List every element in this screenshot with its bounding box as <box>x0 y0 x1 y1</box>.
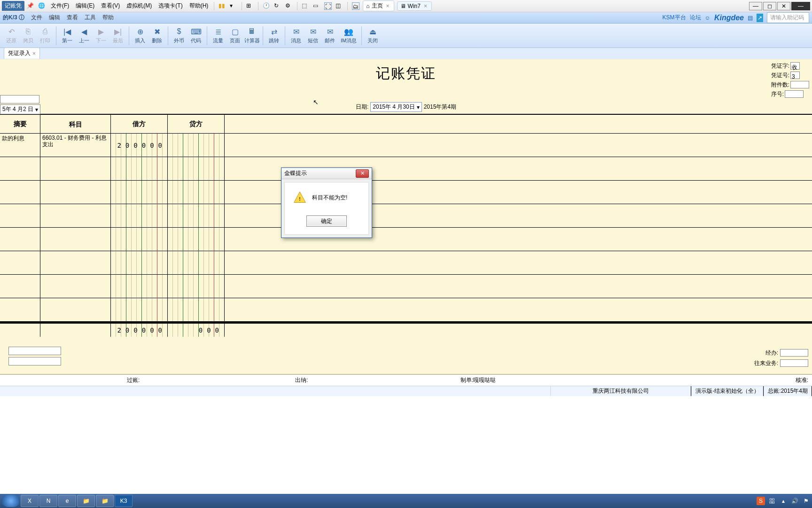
app-menu-tools[interactable]: 工具 <box>85 14 96 22</box>
close-icon[interactable]: × <box>32 50 36 57</box>
tb-jump-button[interactable]: ⇄跳转 <box>266 24 282 47</box>
taskbar-folder[interactable]: 📁 <box>96 495 114 507</box>
ksm-link[interactable]: KSM平台 <box>663 14 686 22</box>
tray-up-icon[interactable]: ▴ <box>779 497 788 505</box>
cell-credit[interactable] <box>168 251 225 274</box>
cell-credit[interactable] <box>168 157 225 180</box>
pause-icon[interactable]: ▮▮ <box>219 2 226 10</box>
close-icon[interactable]: × <box>422 3 429 9</box>
grid-row[interactable] <box>0 204 812 228</box>
cell-summary[interactable] <box>0 181 40 204</box>
app-menu-edit[interactable]: 编辑 <box>49 14 60 22</box>
tb-copy-button[interactable]: ⎘拷贝 <box>20 24 36 47</box>
cell-debit[interactable] <box>111 228 168 251</box>
home-sm-icon[interactable]: 🌐 <box>38 2 46 10</box>
smile-icon[interactable]: ☺ <box>705 15 710 21</box>
unity-icon[interactable]: ◫ <box>336 2 343 10</box>
snapshot-icon[interactable]: ⊞ <box>246 2 254 10</box>
app-menu-help[interactable]: 帮助 <box>102 14 114 22</box>
grid-row[interactable] <box>0 181 812 204</box>
tb-last-button[interactable]: ▶|最后 <box>110 24 126 47</box>
gear-icon[interactable]: ⚙ <box>285 2 293 10</box>
seq-input[interactable] <box>785 90 804 98</box>
cell-debit[interactable] <box>111 181 168 204</box>
close-window-button[interactable]: ✕ <box>777 2 790 10</box>
date-picker[interactable]: 2015年 4 月30日 ▾ <box>370 102 422 112</box>
minimize-button[interactable]: — <box>749 2 762 10</box>
pin-icon[interactable]: 📌 <box>27 2 34 10</box>
cell-subject[interactable] <box>40 275 111 298</box>
tray-flag-icon[interactable]: ⚑ <box>802 497 810 505</box>
tb-code-button[interactable]: ⌨代码 <box>188 24 204 47</box>
vm-menu-file[interactable]: 文件(F) <box>48 0 72 11</box>
start-button[interactable] <box>2 495 20 507</box>
taskbar-k3[interactable]: K3 <box>115 495 133 507</box>
num-value[interactable]: 3 <box>790 71 800 79</box>
tb-page-button[interactable]: ▢页面 <box>227 24 243 47</box>
cell-summary[interactable] <box>0 157 40 180</box>
search-input[interactable]: 请输入助记码 <box>767 12 809 23</box>
aux-input-1[interactable] <box>8 347 61 355</box>
tb-restore-button[interactable]: ↶还原 <box>3 24 19 47</box>
cell-subject[interactable]: 6603.01 - 财务费用 - 利息支出 <box>40 134 111 157</box>
vm-tab-home[interactable]: ⌂ 主页 × <box>363 0 394 11</box>
dialog-titlebar[interactable]: 金蝶提示 ✕ <box>281 168 372 179</box>
cell-summary[interactable] <box>0 204 40 227</box>
cell-subject[interactable] <box>40 181 111 204</box>
handle-input[interactable] <box>780 349 808 357</box>
tb-sms-button[interactable]: ✉短信 <box>305 24 321 47</box>
cell-subject[interactable] <box>40 298 111 321</box>
vm-tab-win7[interactable]: 🖥 Win7 × <box>397 1 432 11</box>
cell-debit[interactable] <box>111 251 168 274</box>
chevron-down-icon[interactable]: ▾ <box>417 104 420 111</box>
vm-menu-edit[interactable]: 编辑(E) <box>73 0 97 11</box>
vm-menu-view[interactable]: 查看(V) <box>98 0 123 11</box>
tray-volume-icon[interactable]: 🔊 <box>790 497 799 505</box>
tb-calc-button[interactable]: 🖩计算器 <box>244 24 260 47</box>
cell-subject[interactable] <box>40 157 111 180</box>
outer-close-button[interactable]: — <box>791 2 810 10</box>
dialog-close-button[interactable]: ✕ <box>356 169 369 178</box>
tb-insert-button[interactable]: ⊕插入 <box>132 24 148 47</box>
cell-credit[interactable] <box>168 228 225 251</box>
tb-forex-button[interactable]: $外币 <box>171 24 187 47</box>
cell-credit[interactable] <box>168 204 225 227</box>
cell-subject[interactable] <box>40 228 111 251</box>
tb-msg-button[interactable]: ✉消息 <box>288 24 304 47</box>
tb-close-button[interactable]: ⏏关闭 <box>365 24 381 47</box>
grid-row[interactable] <box>0 251 812 275</box>
vm-menu-tabs[interactable]: 选项卡(T) <box>156 0 185 11</box>
fullscreen-icon[interactable]: ⛶ <box>324 2 332 10</box>
vm-menu-help[interactable]: 帮助(H) <box>187 0 211 11</box>
cell-credit[interactable] <box>168 181 225 204</box>
trans-input[interactable] <box>780 359 808 367</box>
cell-credit[interactable] <box>168 275 225 298</box>
cell-debit[interactable] <box>111 275 168 298</box>
dropdown-icon[interactable]: ▾ <box>230 2 237 10</box>
expand-icon[interactable]: ↗ <box>757 14 763 22</box>
cell-summary[interactable] <box>0 251 40 274</box>
app-menu-view[interactable]: 查看 <box>67 14 78 22</box>
cell-summary[interactable] <box>0 298 40 321</box>
sidebar-toggle-icon[interactable]: ▤ <box>748 15 753 21</box>
fit-icon[interactable]: ⬚ <box>302 2 309 10</box>
tb-mail-button[interactable]: ✉邮件 <box>322 24 338 47</box>
grid-row[interactable] <box>0 228 812 251</box>
chevron-down-icon[interactable]: ▾ <box>35 106 38 113</box>
tray-sogou-icon[interactable]: S <box>757 497 765 505</box>
taskbar-ie[interactable]: e <box>58 495 76 507</box>
fit2-icon[interactable]: ▭ <box>313 2 320 10</box>
close-icon[interactable]: × <box>385 3 391 9</box>
cell-debit[interactable] <box>111 298 168 321</box>
doc-tab-voucher[interactable]: 凭证录入 × <box>4 48 40 59</box>
cell-summary[interactable] <box>0 228 40 251</box>
attach-input[interactable] <box>790 81 809 88</box>
tb-print-button[interactable]: ⎙打印 <box>37 24 53 47</box>
cell-debit[interactable] <box>111 157 168 180</box>
aux-date-picker[interactable]: 5年 4 月2 日▾ <box>0 104 40 114</box>
tb-im-button[interactable]: 👥IM消息 <box>339 24 359 47</box>
cell-subject[interactable] <box>40 251 111 274</box>
cell-summary[interactable] <box>0 275 40 298</box>
app-menu-file[interactable]: 文件 <box>31 14 42 22</box>
library-icon[interactable]: 🗂 <box>352 2 359 10</box>
